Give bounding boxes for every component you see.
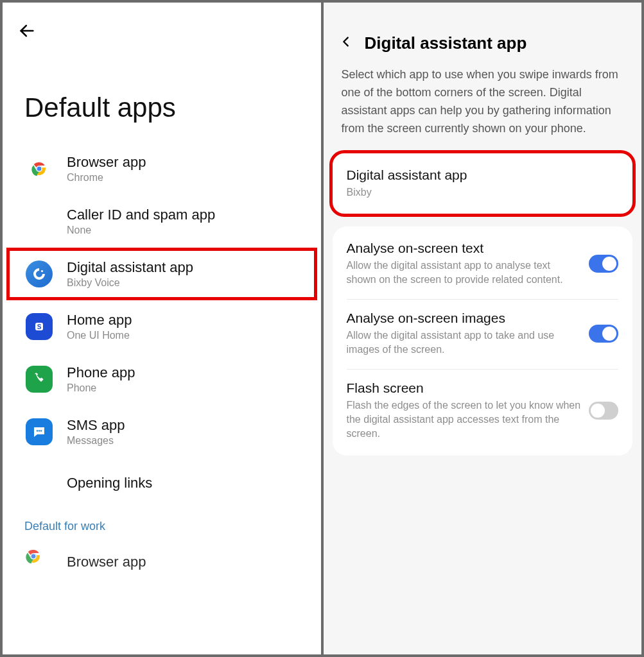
phone-app-label: Phone app xyxy=(67,364,135,381)
svg-point-10 xyxy=(40,430,42,431)
back-chevron-icon[interactable] xyxy=(339,33,353,53)
analyse-images-toggle[interactable] xyxy=(589,325,618,343)
caller-id-value: None xyxy=(67,225,215,236)
analyse-text-row[interactable]: Analyse on-screen text Allow the digital… xyxy=(333,229,633,299)
default-apps-list: Browser app Chrome Caller ID and spam ap… xyxy=(3,142,321,508)
home-app-row[interactable]: S Home app One UI Home xyxy=(3,300,321,353)
bixby-icon xyxy=(26,260,53,287)
browser-app-row[interactable]: Browser app Chrome xyxy=(3,142,321,195)
chrome-icon xyxy=(26,549,53,576)
opening-links-icon-placeholder xyxy=(26,470,53,497)
analyse-text-toggle[interactable] xyxy=(589,255,618,273)
analyse-images-label: Analyse on-screen images xyxy=(347,311,582,326)
phone-app-row[interactable]: Phone app Phone xyxy=(3,353,321,405)
selected-assistant-label: Digital assistant app xyxy=(347,167,611,183)
svg-point-8 xyxy=(37,430,38,431)
opening-links-row[interactable]: Opening links xyxy=(3,458,321,508)
home-app-value: One UI Home xyxy=(67,330,132,341)
caller-id-icon-placeholder xyxy=(26,208,53,235)
flash-screen-toggle[interactable] xyxy=(589,402,618,420)
browser-app-row-partial[interactable]: Browser app xyxy=(3,540,321,576)
sms-app-row[interactable]: SMS app Messages xyxy=(3,405,321,458)
phone-app-value: Phone xyxy=(67,382,135,394)
phone-icon xyxy=(26,366,53,393)
chrome-icon xyxy=(26,155,53,182)
caller-id-label: Caller ID and spam app xyxy=(67,207,215,223)
sms-app-value: Messages xyxy=(67,435,125,447)
browser-app-value: Chrome xyxy=(67,172,146,183)
home-app-label: Home app xyxy=(67,312,132,328)
messages-icon xyxy=(26,418,53,445)
digital-assistant-settings-screen: Digital assistant app Select which app t… xyxy=(324,3,642,654)
flash-screen-label: Flash screen xyxy=(347,380,582,396)
dual-screenshots: Default apps Browser app Chrome Caller I… xyxy=(0,0,644,657)
flash-screen-desc: Flash the edges of the screen to let you… xyxy=(347,398,582,441)
svg-point-5 xyxy=(41,270,43,272)
svg-point-9 xyxy=(39,430,40,431)
selected-assistant-value: Bixby xyxy=(347,185,611,200)
analyse-text-label: Analyse on-screen text xyxy=(347,241,582,256)
default-apps-screen: Default apps Browser app Chrome Caller I… xyxy=(3,3,321,654)
flash-screen-row[interactable]: Flash screen Flash the edges of the scre… xyxy=(333,369,633,453)
page-title: Digital assistant app xyxy=(365,33,527,53)
analyse-text-desc: Allow the digital assistant app to analy… xyxy=(347,259,582,287)
caller-id-row[interactable]: Caller ID and spam app None xyxy=(3,195,321,248)
selected-assistant-card[interactable]: Digital assistant app Bixby xyxy=(333,153,633,214)
samsung-home-icon: S xyxy=(26,313,53,340)
assistant-permissions-card: Analyse on-screen text Allow the digital… xyxy=(333,226,633,456)
svg-text:S: S xyxy=(37,323,42,330)
analyse-images-row[interactable]: Analyse on-screen images Allow the digit… xyxy=(333,299,633,369)
digital-assistant-row[interactable]: Digital assistant app Bixby Voice xyxy=(6,248,317,300)
default-for-work-link[interactable]: Default for work xyxy=(3,508,321,540)
sms-app-label: SMS app xyxy=(67,417,125,434)
back-arrow-icon[interactable] xyxy=(18,22,36,43)
digital-assistant-label: Digital assistant app xyxy=(67,259,193,276)
browser-app-label: Browser app xyxy=(67,154,146,171)
page-description: Select which app to use when you swipe i… xyxy=(324,66,642,153)
opening-links-label: Opening links xyxy=(67,475,152,491)
digital-assistant-value: Bixby Voice xyxy=(67,277,193,289)
browser-app-partial-label: Browser app xyxy=(67,554,146,570)
analyse-images-desc: Allow the digital assistant app to take … xyxy=(347,328,582,357)
page-title: Default apps xyxy=(24,92,321,123)
